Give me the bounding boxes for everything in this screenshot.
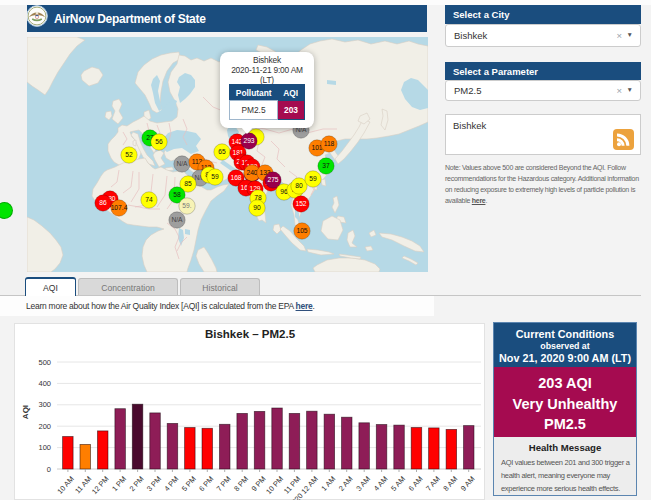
svg-text:4 AM: 4 AM [372,474,390,492]
svg-text:1 AM: 1 AM [319,474,337,492]
svg-text:293: 293 [243,137,254,144]
svg-text:74: 74 [145,196,153,203]
svg-text:9 AM: 9 AM [459,474,477,492]
svg-text:AQI: AQI [21,405,30,419]
svg-text:3 AM: 3 AM [354,474,372,492]
svg-text:0: 0 [47,465,51,474]
svg-text:8 AM: 8 AM [441,474,459,492]
svg-text:Bishkek – PM2.5: Bishkek – PM2.5 [205,328,296,340]
svg-text:168: 168 [230,174,241,181]
svg-text:152: 152 [295,200,306,207]
svg-text:86: 86 [99,199,107,206]
svg-text:300: 300 [38,400,51,409]
svg-text:275: 275 [267,176,278,183]
svg-text:85: 85 [184,180,192,187]
svg-text:80: 80 [295,182,303,189]
svg-text:2 PM: 2 PM [127,474,145,493]
svg-text:6 AM: 6 AM [407,474,425,492]
svg-text:11 AM: 11 AM [73,474,93,495]
svg-text:59: 59 [211,173,219,180]
svg-text:2 AM: 2 AM [337,474,355,492]
svg-text:3 PM: 3 PM [145,474,163,493]
svg-text:100: 100 [38,443,51,452]
svg-text:12 PM: 12 PM [90,474,111,496]
svg-text:5 PM: 5 PM [180,474,198,493]
svg-text:240: 240 [246,169,257,176]
svg-text:37: 37 [322,162,330,169]
svg-text:105: 105 [296,227,307,234]
svg-text:7 AM: 7 AM [424,474,442,492]
svg-text:7 PM: 7 PM [215,474,233,493]
svg-text:56: 56 [155,138,163,145]
svg-text:N/A: N/A [176,160,188,167]
svg-text:200: 200 [38,422,51,431]
svg-text:N/A: N/A [171,216,183,223]
svg-text:10 PM: 10 PM [264,474,285,496]
svg-text:107.4: 107.4 [111,204,128,211]
svg-text:59.: 59. [182,202,191,209]
svg-text:4 PM: 4 PM [162,474,180,493]
svg-text:65: 65 [218,148,226,155]
svg-text:90: 90 [253,204,261,211]
svg-text:5 AM: 5 AM [389,474,407,492]
svg-text:10 AM: 10 AM [55,474,76,495]
svg-text:400: 400 [38,379,51,388]
svg-text:118: 118 [324,140,335,147]
svg-text:52: 52 [125,151,133,158]
svg-text:1 PM: 1 PM [110,474,128,493]
svg-text:6 PM: 6 PM [197,474,215,493]
svg-text:500: 500 [38,358,51,367]
svg-text:59: 59 [309,175,317,182]
svg-text:8 PM: 8 PM [232,474,250,493]
svg-text:58: 58 [173,191,181,198]
